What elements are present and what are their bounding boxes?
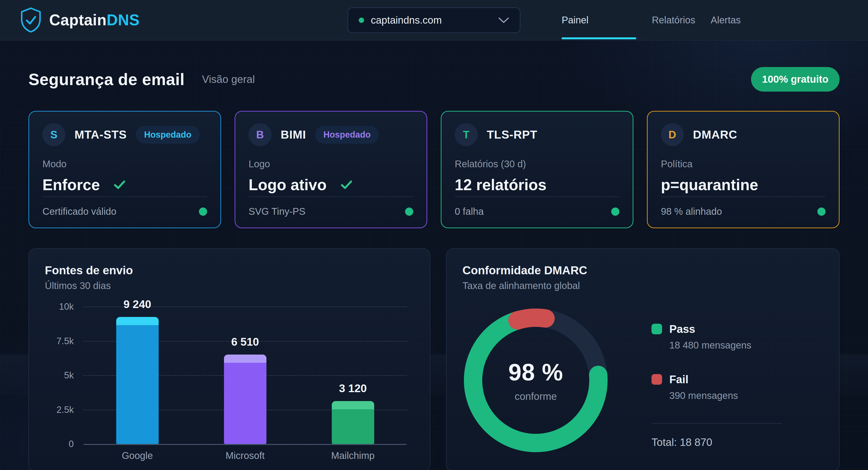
donut-center-label: 98 % conforme bbox=[463, 308, 608, 452]
domain-select-value: captaindns.com bbox=[371, 14, 442, 26]
chevron-down-icon bbox=[498, 17, 509, 24]
card-mta-sts: S MTA-STS Hospedado Modo Enforce Certifi… bbox=[28, 111, 221, 228]
donut-chart: 98 % conforme bbox=[463, 308, 608, 452]
pass-swatch bbox=[651, 324, 662, 334]
card-value-row: p=quarantine bbox=[661, 173, 826, 196]
card-value-row: Logo ativo bbox=[249, 173, 413, 196]
card-header: B BIMI Hospedado bbox=[249, 123, 413, 146]
brand-name: CaptainDNS bbox=[49, 11, 140, 29]
status-dot bbox=[817, 208, 826, 216]
page-header: Segurança de email Visão geral 100% grat… bbox=[28, 59, 840, 99]
sending-sources-panel: Fontes de envio Últimos 30 dias 10k7.5k5… bbox=[28, 248, 430, 470]
status-dot bbox=[611, 208, 619, 216]
y-axis-tick-label: 0 bbox=[45, 439, 74, 449]
card-value-row: 12 relatórios bbox=[455, 173, 619, 196]
chart-panels: Fontes de envio Últimos 30 dias 10k7.5k5… bbox=[28, 248, 840, 470]
nav-item-label: Painel bbox=[562, 15, 588, 26]
card-title: TLS-RPT bbox=[487, 128, 537, 141]
card-divider bbox=[455, 196, 619, 197]
card-value: Logo ativo bbox=[249, 176, 327, 194]
donut-percentage: 98 % bbox=[508, 358, 563, 386]
bar-plot: 9 2406 5103 120 bbox=[84, 307, 407, 444]
fail-swatch bbox=[651, 374, 662, 385]
x-axis-category-label: Mailchimp bbox=[299, 450, 407, 461]
legend-item-pass: Pass 18 480 mensagens bbox=[651, 322, 782, 351]
active-nav-underline bbox=[562, 37, 636, 39]
card-footer: SVG Tiny-PS bbox=[249, 206, 413, 217]
x-axis-category-labels: GoogleMicrosoftMailchimp bbox=[84, 450, 407, 461]
bar-cap bbox=[116, 317, 159, 325]
panel-subtitle: Taxa de alinhamento global bbox=[462, 280, 823, 291]
shield-check-icon bbox=[20, 7, 42, 33]
card-title: BIMI bbox=[281, 128, 306, 141]
nav-item-label: Relatórios bbox=[652, 15, 695, 26]
donut-caption: conforme bbox=[515, 391, 557, 402]
card-footer-text: SVG Tiny-PS bbox=[249, 206, 306, 217]
legend-name: Pass bbox=[669, 322, 695, 336]
y-axis-tick-label: 2.5k bbox=[45, 404, 74, 415]
card-dmarc: D DMARC Política p=quarantine 98 % alinh… bbox=[647, 111, 840, 228]
nav-item-alertas[interactable]: Alertas bbox=[711, 0, 741, 40]
card-label: Logo bbox=[249, 159, 413, 169]
card-footer-text: 98 % alinhado bbox=[661, 206, 722, 217]
panel-title: Fontes de envio bbox=[45, 264, 414, 277]
bar-slot: 6 510 bbox=[191, 307, 299, 444]
card-divider bbox=[42, 196, 207, 197]
bar-chart: 10k7.5k5k2.5k0 9 2406 5103 120 GoogleMic… bbox=[45, 307, 414, 444]
bar-value-label: 6 510 bbox=[231, 335, 259, 348]
panel-title: Conformidade DMARC bbox=[462, 264, 823, 277]
legend-divider bbox=[651, 423, 782, 424]
x-axis-category-label: Google bbox=[84, 450, 191, 461]
nav-item-label: Alertas bbox=[711, 15, 741, 26]
x-axis-baseline bbox=[84, 444, 407, 445]
hosted-badge: Hospedado bbox=[315, 126, 379, 144]
legend-item-fail: Fail 390 mensagens bbox=[651, 373, 782, 401]
card-letter-avatar: D bbox=[661, 123, 684, 146]
panel-subtitle: Últimos 30 dias bbox=[45, 280, 414, 291]
status-cards: S MTA-STS Hospedado Modo Enforce Certifi… bbox=[28, 111, 840, 228]
y-axis-tick-label: 10k bbox=[45, 302, 74, 312]
nav-item-painel[interactable]: Painel bbox=[562, 0, 636, 40]
card-label: Relatórios (30 d) bbox=[455, 159, 619, 169]
page-subtitle: Visão geral bbox=[202, 73, 255, 85]
card-footer: Certificado válido bbox=[42, 206, 207, 217]
check-icon bbox=[335, 174, 358, 196]
card-title: DMARC bbox=[693, 128, 737, 141]
card-header: T TLS-RPT bbox=[455, 123, 619, 146]
hosted-badge: Hospedado bbox=[136, 126, 199, 144]
legend-total: Total: 18 870 bbox=[651, 436, 782, 448]
card-footer-text: 0 falha bbox=[455, 206, 484, 217]
dashboard-page: CaptainDNS captaindns.com Painel Relatór… bbox=[0, 0, 868, 470]
bar-cap bbox=[224, 354, 267, 363]
bar-slot: 9 240 bbox=[84, 307, 191, 444]
donut-row: 98 % conforme Pass 18 480 mensagens bbox=[462, 308, 823, 452]
bar-cap bbox=[332, 401, 374, 409]
status-dot bbox=[199, 208, 207, 216]
donut-legend: Pass 18 480 mensagens Fail 390 mensagens… bbox=[651, 308, 782, 448]
card-letter-avatar: B bbox=[249, 123, 272, 146]
card-letter-avatar: T bbox=[455, 123, 478, 146]
bar-mailchimp bbox=[332, 401, 374, 444]
card-title: MTA-STS bbox=[74, 128, 127, 141]
bar-slot: 3 120 bbox=[299, 307, 407, 444]
card-value: Enforce bbox=[42, 176, 100, 194]
free-badge: 100% gratuito bbox=[751, 67, 840, 92]
card-letter-avatar: S bbox=[42, 123, 65, 146]
dmarc-compliance-panel: Conformidade DMARC Taxa de alinhamento g… bbox=[446, 248, 840, 470]
card-value-row: Enforce bbox=[42, 173, 207, 196]
main-nav: Painel Relatórios Alertas bbox=[562, 0, 741, 40]
card-value: p=quarantine bbox=[661, 176, 758, 194]
domain-select[interactable]: captaindns.com bbox=[348, 7, 520, 33]
nav-item-relatorios[interactable]: Relatórios bbox=[652, 0, 695, 40]
brand-name-primary: Captain bbox=[49, 11, 106, 29]
y-axis-tick-label: 7.5k bbox=[45, 336, 74, 346]
card-label: Política bbox=[661, 159, 826, 169]
domain-status-dot bbox=[359, 18, 364, 23]
x-axis-category-label: Microsoft bbox=[191, 450, 299, 461]
card-footer-text: Certificado válido bbox=[42, 206, 117, 217]
legend-count: 390 mensagens bbox=[669, 390, 782, 401]
bar-microsoft bbox=[224, 354, 267, 444]
check-icon bbox=[108, 174, 131, 196]
card-footer: 0 falha bbox=[455, 206, 619, 217]
card-header: S MTA-STS Hospedado bbox=[42, 123, 207, 146]
